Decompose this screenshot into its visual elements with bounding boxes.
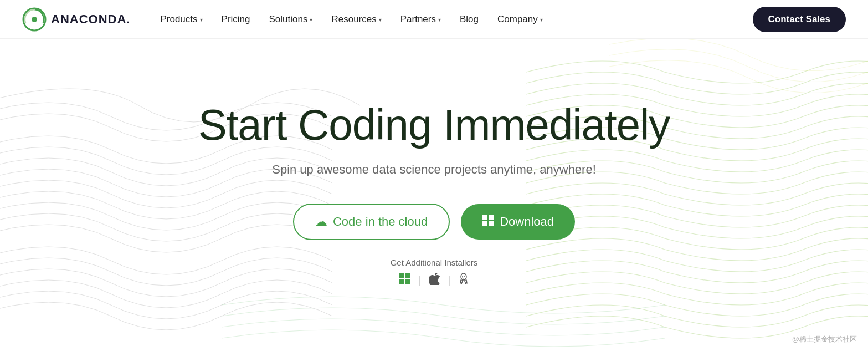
logo[interactable]: ANACONDA.: [22, 7, 130, 32]
hero-buttons: ☁ Code in the cloud Download: [293, 204, 575, 240]
svg-rect-5: [489, 221, 494, 226]
hero-content: Start Coding Immediately Spin up awesome…: [198, 101, 670, 288]
hero-title: Start Coding Immediately: [198, 101, 670, 149]
divider: |: [448, 274, 451, 286]
svg-point-11: [462, 276, 463, 277]
nav-item-pricing[interactable]: Pricing: [214, 9, 258, 29]
nav-item-partners[interactable]: Partners ▾: [393, 9, 449, 29]
chevron-down-icon: ▾: [379, 17, 382, 23]
chevron-down-icon: ▾: [310, 17, 312, 23]
logo-icon: [22, 7, 47, 32]
windows-installer-icon[interactable]: [399, 273, 411, 288]
svg-point-1: [32, 17, 37, 22]
installer-icons: | |: [399, 273, 469, 288]
svg-point-10: [461, 273, 466, 280]
nav-links: Products ▾ Pricing Solutions ▾ Resources…: [152, 9, 752, 29]
hero-section: Start Coding Immediately Spin up awesome…: [0, 39, 868, 351]
windows-icon: [482, 214, 494, 230]
svg-rect-4: [482, 221, 487, 226]
svg-rect-3: [489, 215, 494, 220]
watermark: @稀土掘金技术社区: [792, 334, 857, 344]
svg-rect-2: [482, 215, 487, 220]
download-button[interactable]: Download: [461, 204, 575, 240]
installers-section: Get Additional Installers |: [391, 258, 478, 288]
nav-item-resources[interactable]: Resources ▾: [323, 9, 389, 29]
linux-installer-icon[interactable]: [458, 273, 469, 288]
logo-text: ANACONDA.: [51, 12, 130, 27]
svg-rect-9: [405, 279, 410, 284]
navbar: ANACONDA. Products ▾ Pricing Solutions ▾…: [0, 0, 868, 39]
chevron-down-icon: ▾: [200, 17, 203, 23]
hero-subtitle: Spin up awesome data science projects an…: [272, 162, 596, 177]
code-in-cloud-button[interactable]: ☁ Code in the cloud: [293, 204, 450, 240]
svg-rect-7: [405, 273, 410, 278]
apple-installer-icon[interactable]: [429, 273, 440, 288]
chevron-down-icon: ▾: [438, 17, 441, 23]
nav-item-products[interactable]: Products ▾: [152, 9, 210, 29]
svg-rect-6: [399, 273, 404, 278]
installers-label: Get Additional Installers: [391, 258, 478, 267]
cloud-icon: ☁: [315, 215, 327, 229]
svg-point-12: [464, 276, 465, 277]
nav-item-solutions[interactable]: Solutions ▾: [261, 9, 321, 29]
divider: |: [419, 274, 422, 286]
nav-item-blog[interactable]: Blog: [452, 9, 486, 29]
nav-item-company[interactable]: Company ▾: [490, 9, 551, 29]
chevron-down-icon: ▾: [540, 17, 543, 23]
contact-sales-button[interactable]: Contact Sales: [753, 7, 846, 32]
svg-rect-8: [399, 279, 404, 284]
